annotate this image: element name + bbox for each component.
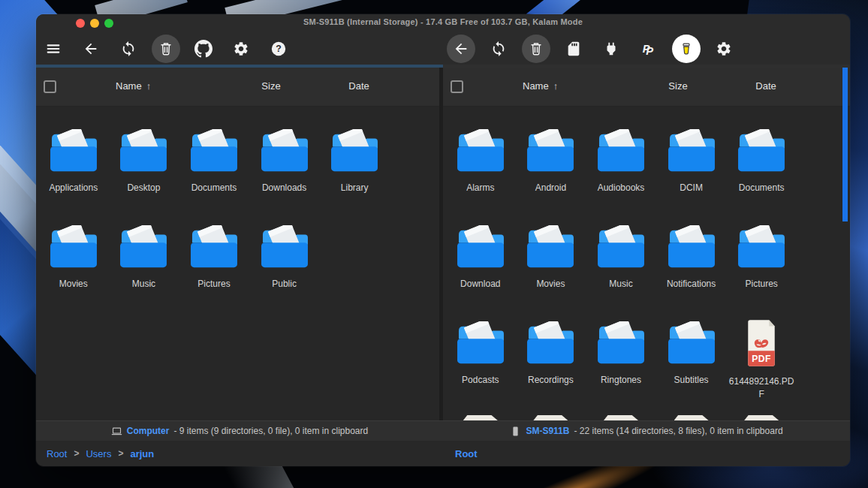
item-label: 6144892146.PDF (728, 375, 794, 402)
file-icon-partial[interactable] (604, 415, 638, 420)
trash-icon (158, 41, 174, 57)
folder-item[interactable]: Ringtones (586, 321, 656, 417)
column-date[interactable]: Date (743, 80, 788, 92)
sdcard-button[interactable] (559, 35, 588, 63)
column-date[interactable]: Date (336, 80, 381, 92)
toolbar: ? PP (36, 32, 850, 65)
folder-item[interactable]: Movies (38, 225, 109, 321)
folder-item[interactable]: Applications (38, 129, 109, 225)
folder-icon (116, 225, 171, 270)
breadcrumb-root[interactable]: Root (455, 448, 478, 459)
svg-text:PDF: PDF (752, 354, 771, 364)
folder-icon (327, 129, 382, 174)
item-label: Desktop (127, 182, 160, 194)
folder-icon (453, 129, 508, 174)
folder-icon (46, 129, 101, 174)
folder-item[interactable]: Movies (516, 225, 586, 321)
column-size[interactable]: Size (656, 80, 701, 92)
local-breadcrumb: Root > Users > arjun (36, 448, 443, 459)
device-settings-button[interactable] (710, 35, 738, 63)
breadcrumb-root[interactable]: Root (47, 448, 67, 459)
breadcrumb-users[interactable]: Users (86, 448, 111, 459)
folder-item[interactable]: Notifications (656, 225, 727, 321)
folder-item[interactable]: Android (516, 129, 586, 225)
delete-button[interactable] (152, 35, 180, 63)
sync-icon (490, 41, 507, 57)
phone-icon (510, 426, 521, 437)
paypal-button[interactable]: PP (634, 35, 663, 63)
titlebar: SM-S911B (Internal Storage) - 17.4 GB Fr… (36, 14, 850, 32)
help-icon: ? (270, 41, 287, 57)
chevron-right-icon: > (74, 448, 79, 459)
gear-icon (716, 41, 732, 57)
github-button[interactable] (189, 35, 218, 63)
refresh-button[interactable] (114, 35, 143, 63)
donate-button[interactable] (672, 35, 701, 63)
file-icon-partial[interactable] (744, 415, 779, 420)
folder-icon (523, 129, 578, 174)
folder-item[interactable]: Audiobooks (586, 129, 656, 225)
device-link[interactable]: SM-S911B (526, 426, 569, 436)
item-label: Library (341, 182, 369, 194)
local-pane: Name↑ Size Date Applications Desktop Doc… (36, 68, 439, 420)
folder-icon (186, 129, 242, 174)
pdf-file-item[interactable]: PDF6144892146.PDF (726, 321, 797, 417)
paypal-icon: PP (640, 41, 657, 57)
column-size[interactable]: Size (249, 80, 294, 92)
folder-item[interactable]: Subtitles (656, 321, 727, 417)
item-label: Android (535, 182, 566, 194)
back-button[interactable] (77, 35, 105, 63)
folder-item[interactable]: Desktop (109, 129, 179, 225)
file-icon-partial[interactable] (463, 415, 498, 420)
folder-item[interactable]: Pictures (726, 225, 797, 321)
folder-item[interactable]: Library (319, 129, 390, 225)
local-file-grid: Applications Desktop Documents Downloads… (36, 107, 439, 420)
breadcrumb-current[interactable]: arjun (130, 448, 154, 459)
device-refresh-button[interactable] (484, 35, 513, 63)
folder-item[interactable]: Download (445, 225, 516, 321)
folder-icon (523, 321, 578, 366)
settings-button[interactable] (227, 35, 255, 63)
folder-item[interactable]: Alarms (445, 129, 516, 225)
local-device-link[interactable]: Computer (127, 426, 170, 436)
eject-button[interactable] (597, 35, 625, 63)
file-icon-partial[interactable] (533, 415, 568, 420)
folder-item[interactable]: Downloads (249, 129, 320, 225)
folder-item[interactable]: Public (249, 225, 320, 321)
help-button[interactable]: ? (264, 35, 293, 63)
device-delete-button[interactable] (522, 35, 550, 63)
app-window: SM-S911B (Internal Storage) - 17.4 GB Fr… (36, 14, 850, 466)
sort-asc-icon: ↑ (553, 80, 559, 92)
item-label: Movies (536, 278, 565, 291)
gear-icon (233, 41, 249, 57)
hamburger-icon (45, 41, 62, 57)
folder-item[interactable]: Documents (179, 129, 249, 225)
item-label: Download (460, 278, 500, 291)
folder-icon (453, 225, 508, 270)
folder-item[interactable]: Pictures (179, 225, 249, 321)
device-back-button[interactable] (447, 35, 475, 63)
menu-button[interactable] (39, 35, 68, 63)
folder-item[interactable]: Recordings (516, 321, 586, 417)
select-all-checkbox[interactable] (44, 80, 56, 93)
computer-icon (111, 426, 122, 437)
sd-card-icon (565, 41, 582, 57)
column-name[interactable]: Name↑ (116, 80, 151, 92)
folder-item[interactable]: DCIM (656, 129, 727, 225)
item-label: Podcasts (462, 374, 499, 387)
select-all-checkbox[interactable] (451, 80, 463, 93)
folder-item[interactable]: Podcasts (445, 321, 516, 417)
toolbar-right: PP (443, 35, 850, 63)
folder-icon (734, 129, 789, 174)
local-pane-header: Name↑ Size Date (36, 68, 439, 107)
item-label: Documents (739, 182, 785, 194)
folder-item[interactable]: Music (586, 225, 656, 321)
column-name[interactable]: Name↑ (523, 80, 558, 92)
folder-item[interactable]: Documents (726, 129, 797, 225)
scrollbar-thumb[interactable] (842, 68, 848, 221)
github-icon (194, 40, 212, 58)
item-label: Pictures (197, 278, 230, 291)
folder-item[interactable]: Music (109, 225, 179, 321)
file-icon-partial[interactable] (674, 415, 709, 420)
folder-icon (116, 129, 171, 174)
